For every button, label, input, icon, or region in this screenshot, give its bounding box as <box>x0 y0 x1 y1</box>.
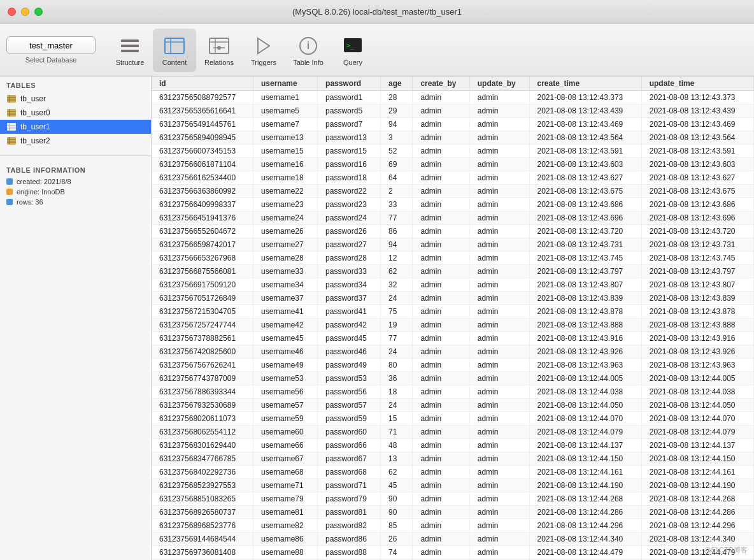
table-cell: password86 <box>318 533 381 546</box>
content-area: idusernamepasswordagecreate_byupdate_byc… <box>152 76 754 560</box>
table-row[interactable]: 631237566653267968username28password2812… <box>152 252 754 265</box>
table-row[interactable]: 631237568347766785username67password6713… <box>152 452 754 466</box>
table-row[interactable]: 631237568926580737username81password8190… <box>152 506 754 519</box>
db-selector[interactable]: test_master <box>6 36 96 54</box>
table-row[interactable]: 631237565365616641username5password529ad… <box>152 104 754 118</box>
toolbar-btn-structure[interactable]: Structure <box>108 29 152 72</box>
table-cell: 71 <box>381 426 413 439</box>
table-row[interactable]: 631237566451941376username24password2477… <box>152 212 754 225</box>
table-cell: password27 <box>318 238 381 252</box>
table-row[interactable]: 631237568402292736username68password6862… <box>152 466 754 479</box>
table-cell: admin <box>413 332 469 345</box>
table-row[interactable]: 631237566162534400username18password1864… <box>152 171 754 185</box>
table-cell: 2021-08-08 13:12:44.150 <box>529 452 641 466</box>
table-row[interactable]: 631237567378882561username45password4577… <box>152 332 754 345</box>
table-row[interactable]: 631237566917509120username34password3432… <box>152 278 754 292</box>
table-cell: 631237567257247744 <box>152 319 253 332</box>
table-info-section: TABLE INFORMATION created: 2021/8/8 engi… <box>0 155 151 207</box>
table-cell: 2021-08-08 13:12:43.731 <box>641 238 753 252</box>
table-cell: admin <box>413 158 469 171</box>
close-button[interactable] <box>8 8 16 16</box>
table-cell: 2021-08-08 13:12:43.797 <box>529 265 641 278</box>
table-row[interactable]: 631237569736081408username88password8874… <box>152 546 754 559</box>
table-row[interactable]: 631237568301629440username66password6648… <box>152 439 754 452</box>
table-row[interactable]: 631237567257247744username42password4219… <box>152 319 754 332</box>
table-cell: 2021-08-08 13:12:44.340 <box>529 533 641 546</box>
table-row[interactable]: 631237568851083265username79password7990… <box>152 492 754 506</box>
table-cell: admin <box>413 252 469 265</box>
table-cell: 2021-08-08 13:12:43.731 <box>529 238 641 252</box>
table-row[interactable]: 631237567886393344username56password5618… <box>152 385 754 399</box>
data-table-wrap[interactable]: idusernamepasswordagecreate_byupdate_byc… <box>152 76 754 560</box>
table-row[interactable]: 631237567932530689username57password5724… <box>152 399 754 412</box>
table-row[interactable]: 631237569144684544username86password8626… <box>152 533 754 546</box>
col-header-id: id <box>152 76 253 91</box>
table-row[interactable]: 631237566552604672username26password2686… <box>152 225 754 238</box>
table-row[interactable]: 631237567743787009username53password5336… <box>152 372 754 385</box>
table-cell: username81 <box>253 506 317 519</box>
table-cell: 2021-08-08 13:12:43.720 <box>641 225 753 238</box>
table-cell: 2021-08-08 13:12:43.888 <box>529 319 641 332</box>
table-row[interactable]: 631237566598742017username27password2794… <box>152 238 754 252</box>
table-cell: admin <box>413 145 469 158</box>
table-row[interactable]: 631237565088792577username1password128ad… <box>152 91 754 104</box>
table-cell: password45 <box>318 332 381 345</box>
sidebar-item-tb_user0[interactable]: tb_user0 <box>0 106 151 120</box>
maximize-button[interactable] <box>34 8 43 16</box>
toolbar-btn-query[interactable]: >_ Query <box>331 29 374 72</box>
toolbar-btn-content[interactable]: Content <box>153 29 196 72</box>
table-cell: admin <box>413 519 469 533</box>
toolbar-btn-tableinfo[interactable]: i Table Info <box>287 29 330 72</box>
table-row[interactable]: 631237566061871104username16password1669… <box>152 158 754 171</box>
table-cell: username56 <box>253 385 317 399</box>
table-cell: username34 <box>253 278 317 292</box>
table-cell: username53 <box>253 372 317 385</box>
table-row[interactable]: 631237567051726849username37password3724… <box>152 292 754 305</box>
table-cell: 2021-08-08 13:12:43.839 <box>529 292 641 305</box>
table-cell: 631237567215304705 <box>152 305 253 319</box>
toolbar-btn-relations[interactable]: Relations <box>197 29 241 72</box>
table-cell: 631237569144684544 <box>152 533 253 546</box>
table-cell: password28 <box>318 252 381 265</box>
table-item-name: tb_user0 <box>20 108 50 117</box>
table-cell: 631237567743787009 <box>152 372 253 385</box>
table-row[interactable]: 631237566409998337username23password2333… <box>152 198 754 212</box>
sidebar-item-tb_user2[interactable]: tb_user2 <box>0 134 151 148</box>
table-row[interactable]: 631237565491445761username7password794ad… <box>152 118 754 131</box>
minimize-button[interactable] <box>21 8 29 16</box>
table-cell: admin <box>413 426 469 439</box>
table-row[interactable]: 631237565894098945username13password133a… <box>152 131 754 145</box>
table-row[interactable]: 631237568020611073username59password5915… <box>152 412 754 426</box>
table-row[interactable]: 631237567567626241username49password4980… <box>152 359 754 372</box>
structure-label: Structure <box>116 59 145 66</box>
table-row[interactable]: 631237566007345153username15password1552… <box>152 145 754 158</box>
toolbar-buttons: Structure Content Relations Triggers i T… <box>108 29 374 72</box>
table-row[interactable]: 631237568968523776username82password8285… <box>152 519 754 533</box>
table-cell: admin <box>413 385 469 399</box>
table-cell: 2021-08-08 13:12:44.340 <box>641 533 753 546</box>
info-dot <box>6 199 13 205</box>
table-cell: admin <box>413 238 469 252</box>
table-row[interactable]: 631237568062554112username60password6071… <box>152 426 754 439</box>
table-cell: 2021-08-08 13:12:44.038 <box>641 385 753 399</box>
table-cell: 2 <box>381 185 413 198</box>
table-cell: 631237566363860992 <box>152 185 253 198</box>
table-cell: 631237567378882561 <box>152 332 253 345</box>
table-cell: 2021-08-08 13:12:43.797 <box>641 265 753 278</box>
sidebar-item-tb_user[interactable]: tb_user <box>0 92 151 106</box>
table-row[interactable]: 631237567215304705username41password4175… <box>152 305 754 319</box>
table-row[interactable]: 631237568523927553username71password7145… <box>152 479 754 492</box>
content-icon <box>163 34 186 57</box>
table-row[interactable]: 631237567420825600username46password4624… <box>152 345 754 359</box>
table-row[interactable]: 631237566875566081username33password3362… <box>152 265 754 278</box>
table-cell: admin <box>413 305 469 319</box>
toolbar-btn-triggers[interactable]: Triggers <box>242 29 285 72</box>
table-cell: 86 <box>381 225 413 238</box>
table-cell: 631237569736081408 <box>152 546 253 559</box>
table-row[interactable]: 631237566363860992username22password222a… <box>152 185 754 198</box>
table-cell: username79 <box>253 492 317 506</box>
table-cell: 64 <box>381 171 413 185</box>
sidebar-item-tb_user1[interactable]: tb_user1 <box>0 120 151 134</box>
table-cell: admin <box>413 225 469 238</box>
table-cell: 631237566007345153 <box>152 145 253 158</box>
